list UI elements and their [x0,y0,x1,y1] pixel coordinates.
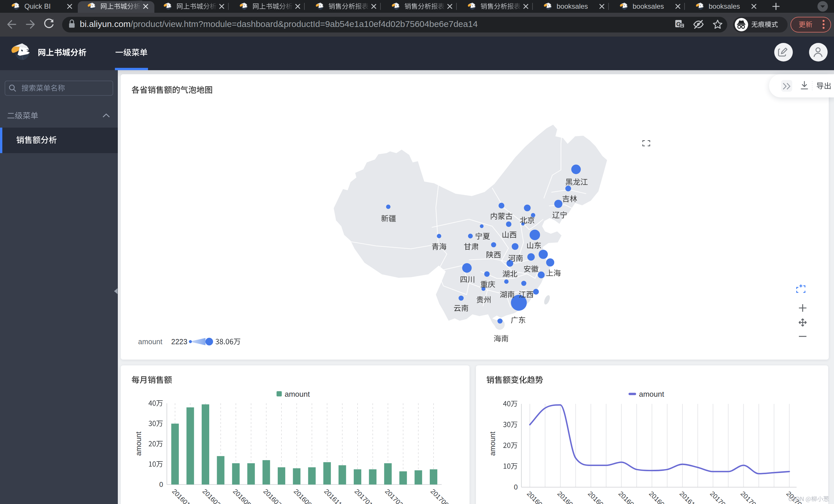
svg-text:201611: 201611 [678,490,699,504]
svg-text:201703: 201703 [383,487,405,504]
svg-text:201703: 201703 [739,490,760,504]
svg-text:201611: 201611 [323,487,343,504]
svg-text:201605: 201605 [232,487,253,504]
svg-text:201609: 201609 [292,487,313,504]
svg-text:201609: 201609 [648,490,668,504]
svg-text:201607: 201607 [262,487,283,504]
svg-text:amount: amount [488,432,497,456]
svg-text:201603: 201603 [556,490,577,504]
svg-text:amount: amount [134,432,142,456]
svg-text:201701: 201701 [709,490,730,504]
svg-text:201603: 201603 [201,487,222,504]
svg-text:201601: 201601 [525,490,546,504]
svg-text:201706: 201706 [785,490,806,504]
svg-text:201601: 201601 [171,487,192,504]
svg-text:0: 0 [159,481,163,488]
svg-text:201607: 201607 [617,490,638,504]
svg-text:0: 0 [513,483,518,491]
svg-text:201605: 201605 [587,490,608,504]
svg-text:201701: 201701 [353,487,374,504]
svg-text:201706: 201706 [429,487,451,504]
